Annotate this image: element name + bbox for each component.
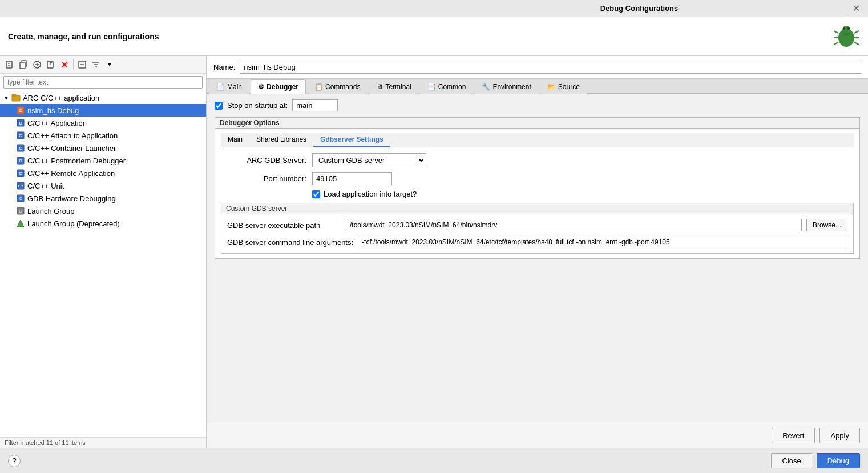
cpp-remote-item[interactable]: C C/C++ Remote Application (0, 167, 206, 179)
group-expand-arrow: ▼ (3, 95, 9, 101)
config-icon-selected: C (16, 106, 25, 115)
cpp-container-icon: C (16, 143, 25, 153)
delete-button[interactable] (58, 58, 71, 71)
new-config-button[interactable] (3, 58, 16, 71)
dialog-bottom: ? Close Debug (0, 448, 868, 473)
tab-source[interactable]: 📂 Source (540, 79, 587, 94)
cpp-application-item[interactable]: C C/C++ Application (0, 117, 206, 129)
debugger-options-section: Debugger Options Main Shared Libraries G… (215, 117, 860, 259)
browse-button[interactable]: Browse... (806, 219, 847, 231)
tab-debugger[interactable]: ⚙ Debugger (251, 79, 306, 94)
tab-terminal[interactable]: 🖥 Terminal (369, 79, 418, 94)
close-button[interactable]: Close (771, 453, 812, 468)
tab-source-label: Source (558, 83, 580, 91)
svg-rect-15 (20, 62, 25, 69)
stop-on-startup-checkbox[interactable] (215, 102, 223, 110)
svg-text:C: C (19, 197, 22, 201)
tab-source-icon: 📂 (547, 83, 556, 91)
tab-commands[interactable]: 📋 Commands (307, 79, 368, 94)
close-window-button[interactable]: ✕ (850, 3, 862, 14)
arc-cpp-group-header[interactable]: ▼ ARC C/C++ application (0, 91, 206, 104)
svg-text:C: C (19, 133, 22, 138)
tab-common-label: Common (438, 83, 466, 91)
cpp-postmortem-icon: C (16, 156, 25, 165)
debugger-content: Stop on startup at: Debugger Options Mai… (207, 94, 868, 423)
nsim-hs-debug-item[interactable]: C nsim_hs Debug (0, 104, 206, 117)
header-area: Create, manage, and run configurations (0, 17, 868, 56)
custom-gdb-legend: Custom GDB server (221, 203, 853, 214)
port-number-input[interactable] (312, 172, 392, 185)
sub-tab-shared-libs[interactable]: Shared Libraries (249, 133, 313, 147)
cpp-app-icon: C (16, 118, 25, 127)
svg-text:C: C (19, 108, 22, 113)
tabs-row: 📄 Main ⚙ Debugger 📋 Commands 🖥 Terminal … (207, 79, 868, 94)
cpp-attach-icon: C (16, 131, 25, 140)
command-line-args-input[interactable] (358, 236, 847, 248)
svg-point-9 (847, 27, 850, 30)
load-app-checkbox[interactable] (312, 190, 320, 198)
tab-environment-icon: 🔧 (482, 83, 490, 91)
arc-gdb-server-row: ARC GDB Server: Custom GDB server OpenOC… (221, 153, 854, 167)
filter-dropdown-button[interactable]: ▼ (103, 58, 116, 71)
cpp-container-item[interactable]: C C/C++ Container Launcher (0, 142, 206, 154)
cpp-postmortem-item[interactable]: C C/C++ Postmortem Debugger (0, 154, 206, 167)
export-button[interactable] (45, 58, 57, 71)
cpp-remote-label: C/C++ Remote Application (27, 169, 115, 178)
cpp-unit-icon: Ct (16, 181, 25, 190)
sub-tab-gdbserver[interactable]: Gdbserver Settings (313, 133, 390, 147)
debug-button[interactable]: Debug (817, 453, 860, 468)
title-bar: Debug Configurations ✕ (0, 0, 868, 17)
executable-path-label: GDB server executable path (227, 221, 341, 230)
left-toolbar: ▼ (0, 56, 206, 74)
help-button[interactable]: ? (8, 455, 21, 467)
filter-config-button[interactable] (90, 58, 102, 71)
svg-line-2 (834, 31, 838, 33)
stop-at-input[interactable] (292, 99, 338, 111)
load-app-label: Load application into target? (324, 190, 417, 198)
name-label: Name: (213, 63, 235, 71)
port-number-row: Port number: (221, 172, 854, 185)
launch-group-deprecated-item[interactable]: Launch Group (Deprecated) (0, 217, 206, 230)
sub-tab-main[interactable]: Main (221, 133, 249, 147)
debug-bug-icon (833, 22, 860, 51)
debugger-options-legend: Debugger Options (215, 118, 859, 129)
filter-input[interactable] (3, 76, 203, 89)
name-input[interactable] (240, 61, 861, 74)
svg-text:C: C (19, 121, 22, 126)
tab-terminal-label: Terminal (385, 83, 411, 91)
cpp-attach-item[interactable]: C C/C++ Attach to Application (0, 129, 206, 142)
launch-group-item[interactable]: G Launch Group (0, 205, 206, 217)
help-area: ? (8, 455, 766, 467)
svg-point-10 (843, 33, 850, 36)
collapse-all-button[interactable] (76, 58, 88, 71)
arc-gdb-server-wrapper: Custom GDB server OpenOCD Ashling Opella… (312, 153, 426, 167)
filter-status-text: Filter matched 11 of 11 items (5, 439, 86, 446)
header-subtitle: Create, manage, and run configurations (8, 32, 159, 41)
svg-line-6 (834, 42, 838, 45)
svg-text:Ct: Ct (18, 183, 23, 189)
gdb-hardware-item[interactable]: C GDB Hardware Debugging (0, 192, 206, 205)
left-status-bar: Filter matched 11 of 11 items (0, 437, 206, 448)
right-panel: Name: 📄 Main ⚙ Debugger 📋 Commands 🖥 Ter… (207, 56, 868, 448)
svg-text:C: C (19, 146, 22, 151)
tab-common-icon: 📑 (427, 83, 436, 91)
tab-main[interactable]: 📄 Main (209, 79, 249, 94)
svg-marker-42 (17, 220, 24, 227)
name-row: Name: (207, 56, 868, 79)
tab-common[interactable]: 📑 Common (420, 79, 474, 94)
executable-path-row: GDB server executable path Browse... (227, 219, 847, 231)
svg-point-8 (843, 27, 845, 30)
arc-gdb-server-select[interactable]: Custom GDB server OpenOCD Ashling Opella… (312, 153, 426, 167)
cpp-application-label: C/C++ Application (27, 119, 87, 127)
toolbar-separator (73, 59, 74, 70)
new-from-template-button[interactable] (31, 58, 43, 71)
cpp-unit-label: C/C++ Unit (27, 182, 64, 190)
duplicate-button[interactable] (17, 58, 30, 71)
tab-commands-icon: 📋 (314, 83, 323, 91)
cpp-unit-item[interactable]: Ct C/C++ Unit (0, 179, 206, 192)
apply-button[interactable]: Apply (819, 428, 860, 443)
tab-environment[interactable]: 🔧 Environment (474, 79, 538, 94)
svg-line-3 (854, 31, 859, 33)
executable-path-input[interactable] (346, 219, 802, 231)
revert-button[interactable]: Revert (772, 428, 815, 443)
